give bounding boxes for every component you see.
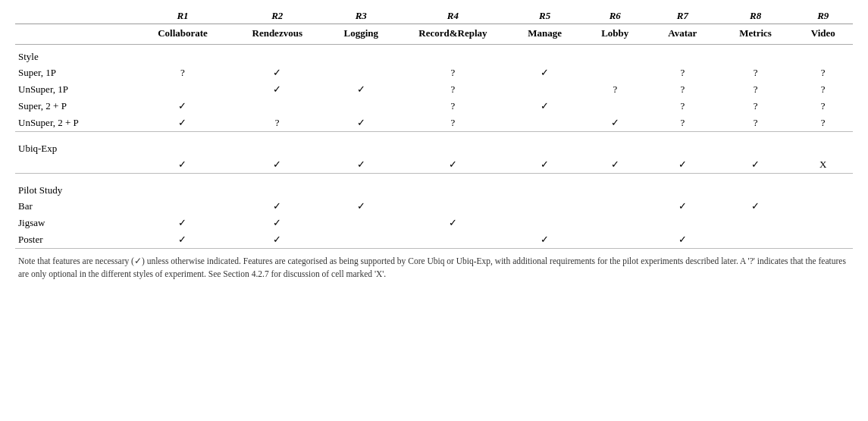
table-cell: ✓ bbox=[134, 156, 231, 174]
subheader-r5: Manage bbox=[507, 24, 583, 45]
table-cell: ✓ bbox=[507, 231, 583, 249]
section-label-row: Ubiq-Exp bbox=[15, 137, 853, 156]
table-cell: ✓ bbox=[134, 98, 231, 115]
table-cell: ✓ bbox=[134, 115, 231, 132]
table-cell: ? bbox=[794, 64, 853, 81]
table-cell: UnSuper, 1P bbox=[15, 81, 134, 98]
table-cell: Bar bbox=[15, 198, 134, 215]
column-header-row: R1 R2 R3 R4 R5 R6 R7 R8 R9 bbox=[15, 8, 853, 24]
table-cell bbox=[718, 215, 794, 231]
note-text: Note that features are necessary (✓) unl… bbox=[15, 249, 853, 284]
table-cell bbox=[647, 215, 718, 231]
table-row: Poster✓✓✓✓ bbox=[15, 231, 853, 249]
table-cell bbox=[583, 98, 648, 115]
table-cell: Super, 2 + P bbox=[15, 98, 134, 115]
col-header-r1: R1 bbox=[134, 8, 231, 24]
table-cell bbox=[583, 64, 648, 81]
table-cell: UnSuper, 2 + P bbox=[15, 115, 134, 132]
table-cell: ✓ bbox=[507, 156, 583, 174]
col-header-r9: R9 bbox=[794, 8, 853, 24]
table-cell: Super, 1P bbox=[15, 64, 134, 81]
table-cell: ✓ bbox=[134, 231, 231, 249]
table-cell: ? bbox=[718, 81, 794, 98]
table-cell bbox=[15, 156, 134, 174]
subheader-r7: Avatar bbox=[647, 24, 718, 45]
table-cell bbox=[323, 215, 399, 231]
table-cell bbox=[583, 231, 648, 249]
table-cell: ✓ bbox=[647, 156, 718, 174]
table-cell: ✓ bbox=[583, 115, 648, 132]
table-cell: ✓ bbox=[231, 215, 323, 231]
table-cell bbox=[507, 215, 583, 231]
table-cell bbox=[794, 215, 853, 231]
table-cell: ✓ bbox=[583, 156, 648, 174]
table-cell: ✓ bbox=[323, 198, 399, 215]
section-label-row: Pilot Study bbox=[15, 178, 853, 198]
table-cell: ✓ bbox=[507, 98, 583, 115]
table-cell bbox=[323, 231, 399, 249]
table-cell: ? bbox=[718, 64, 794, 81]
subheader-r4: Record&Replay bbox=[399, 24, 507, 45]
subheader-r1: Collaborate bbox=[134, 24, 231, 45]
table-cell: ✓ bbox=[647, 231, 718, 249]
table-cell bbox=[323, 98, 399, 115]
table-cell: ✓ bbox=[399, 215, 507, 231]
table-cell: ✓ bbox=[231, 156, 323, 174]
table-cell: ? bbox=[718, 115, 794, 132]
table-cell bbox=[794, 198, 853, 215]
table-cell: ? bbox=[399, 115, 507, 132]
table-cell bbox=[583, 215, 648, 231]
table-row: UnSuper, 2 + P✓?✓?✓??? bbox=[15, 115, 853, 132]
table-cell: ? bbox=[794, 115, 853, 132]
subheader-empty bbox=[15, 24, 134, 45]
subheader-r6: Lobby bbox=[583, 24, 648, 45]
col-header-r3: R3 bbox=[323, 8, 399, 24]
table-cell: ? bbox=[647, 115, 718, 132]
table-cell: ? bbox=[718, 98, 794, 115]
table-cell: ✓ bbox=[323, 115, 399, 132]
section-label: Ubiq-Exp bbox=[15, 137, 853, 156]
table-cell: ? bbox=[399, 81, 507, 98]
subheader-r2: Rendezvous bbox=[231, 24, 323, 45]
table-row: Super, 2 + P✓?✓??? bbox=[15, 98, 853, 115]
section-label: Pilot Study bbox=[15, 178, 853, 198]
table-cell bbox=[231, 98, 323, 115]
table-cell: ? bbox=[794, 98, 853, 115]
table-cell: ? bbox=[399, 98, 507, 115]
table-row: Bar✓✓✓✓ bbox=[15, 198, 853, 215]
table-cell: Jigsaw bbox=[15, 215, 134, 231]
table-cell: ✓ bbox=[323, 81, 399, 98]
table-cell bbox=[507, 81, 583, 98]
table-cell: ✓ bbox=[507, 64, 583, 81]
section-label-row: Style bbox=[15, 45, 853, 65]
table-cell: ✓ bbox=[231, 81, 323, 98]
table-cell: ✓ bbox=[231, 231, 323, 249]
note-row: Note that features are necessary (✓) unl… bbox=[15, 249, 853, 284]
subheader-r9: Video bbox=[794, 24, 853, 45]
table-row: Jigsaw✓✓✓ bbox=[15, 215, 853, 231]
col-header-r8: R8 bbox=[718, 8, 794, 24]
table-cell bbox=[323, 64, 399, 81]
table-row: UnSuper, 1P✓✓????? bbox=[15, 81, 853, 98]
table-cell: Poster bbox=[15, 231, 134, 249]
subheader-row: Collaborate Rendezvous Logging Record&Re… bbox=[15, 24, 853, 45]
col-header-r6: R6 bbox=[583, 8, 648, 24]
col-header-r5: R5 bbox=[507, 8, 583, 24]
table-cell: ? bbox=[583, 81, 648, 98]
subheader-r3: Logging bbox=[323, 24, 399, 45]
table-cell: ✓ bbox=[231, 198, 323, 215]
table-cell bbox=[794, 231, 853, 249]
table-cell: ✓ bbox=[718, 198, 794, 215]
table-cell bbox=[507, 198, 583, 215]
table-cell bbox=[399, 198, 507, 215]
table-cell: ? bbox=[647, 98, 718, 115]
col-header-r4: R4 bbox=[399, 8, 507, 24]
table-cell: ✓ bbox=[323, 156, 399, 174]
table-cell: ? bbox=[231, 115, 323, 132]
table-cell bbox=[134, 198, 231, 215]
table-cell: ✓ bbox=[231, 64, 323, 81]
col-header-r7: R7 bbox=[647, 8, 718, 24]
table-cell bbox=[134, 81, 231, 98]
table-cell: ? bbox=[134, 64, 231, 81]
table-cell bbox=[507, 115, 583, 132]
